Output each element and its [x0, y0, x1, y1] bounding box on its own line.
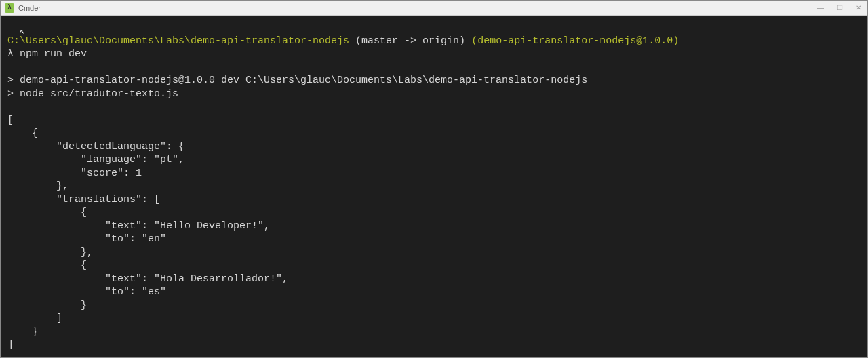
- terminal-window: λ Cmder — ☐ ✕ ↖C:\Users\glauc\Documents\…: [0, 0, 868, 358]
- json-output: [: [7, 115, 14, 126]
- json-output: "to": "en": [7, 233, 166, 245]
- app-icon: λ: [5, 3, 14, 13]
- json-output: {: [7, 127, 38, 139]
- prompt-symbol: λ: [7, 48, 20, 60]
- json-output: }: [7, 300, 87, 311]
- json-output: "translations": [: [7, 194, 160, 205]
- prompt-branch: (master -> origin): [349, 35, 471, 47]
- json-output: }: [7, 326, 38, 338]
- json-output: "detectedLanguage": {: [7, 141, 184, 153]
- json-output: },: [7, 247, 93, 258]
- titlebar-left: λ Cmder: [5, 3, 41, 13]
- terminal-content[interactable]: ↖C:\Users\glauc\Documents\Labs\demo-api-…: [1, 16, 867, 357]
- json-output: "text": "Hola Desarrollador!",: [7, 273, 288, 285]
- json-output: },: [7, 180, 68, 192]
- window-controls: — ☐ ✕: [816, 4, 863, 12]
- app-title: Cmder: [18, 4, 41, 12]
- json-output: "text": "Hello Developer!",: [7, 220, 270, 232]
- json-output: "score": 1: [7, 167, 142, 179]
- prompt-package: (demo-api-translator-nodejs@1.0.0): [471, 35, 679, 47]
- output-line: > demo-api-translator-nodejs@1.0.0 dev C…: [7, 75, 587, 86]
- command-text: npm run dev: [20, 48, 87, 60]
- output-line: > node src/tradutor-texto.js: [7, 88, 178, 100]
- prompt-path: C:\Users\glauc\Documents\Labs\demo-api-t…: [7, 35, 349, 47]
- json-output: ]: [7, 339, 14, 351]
- json-output: {: [7, 260, 87, 271]
- minimize-button[interactable]: —: [816, 4, 825, 12]
- close-button[interactable]: ✕: [854, 4, 863, 12]
- json-output: "to": "es": [7, 286, 166, 298]
- json-output: "language": "pt",: [7, 154, 184, 165]
- json-output: {: [7, 207, 87, 218]
- titlebar[interactable]: λ Cmder — ☐ ✕: [1, 1, 867, 16]
- json-output: ]: [7, 313, 62, 324]
- maximize-button[interactable]: ☐: [835, 4, 844, 12]
